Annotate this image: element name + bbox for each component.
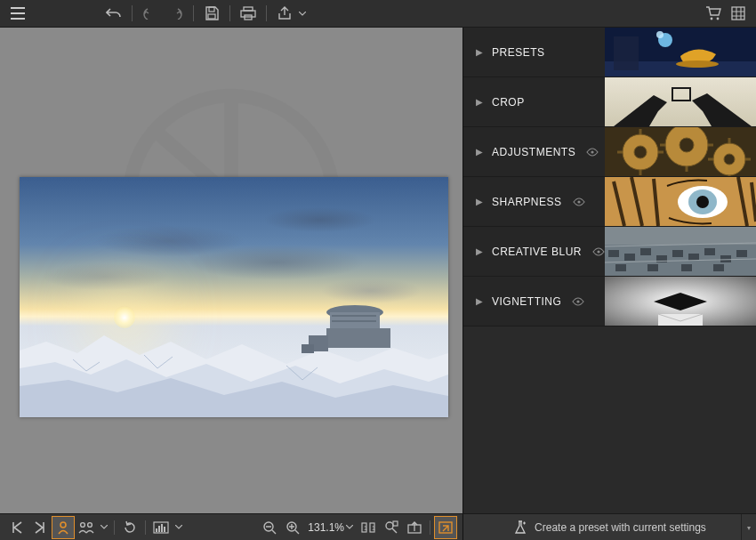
svg-point-18: [656, 31, 664, 38]
panel-crop[interactable]: ▶ CROP: [463, 77, 756, 127]
zoom-in-button[interactable]: [281, 516, 304, 539]
grid-view-button[interactable]: [726, 1, 751, 26]
chevron-right-icon: ▶: [476, 97, 483, 107]
panel-label: VIGNETTING: [492, 295, 561, 308]
redo-forward-button[interactable]: [163, 1, 188, 26]
svg-rect-42: [672, 250, 683, 257]
preview-image[interactable]: [20, 177, 448, 417]
svg-rect-40: [640, 248, 651, 255]
svg-rect-11: [326, 328, 390, 348]
svg-rect-50: [713, 264, 724, 271]
toolbar-divider: [266, 5, 267, 21]
svg-point-55: [60, 522, 66, 528]
svg-point-29: [724, 154, 735, 165]
svg-point-35: [597, 250, 599, 253]
zoom-level[interactable]: 131.1%: [304, 521, 357, 534]
toolbar-divider: [145, 520, 146, 535]
flask-icon: [513, 520, 527, 535]
visibility-eye-icon[interactable]: [573, 197, 585, 206]
panel-thumb-gears: [605, 127, 756, 176]
create-preset-label: Create a preset with current settings: [535, 521, 706, 534]
side-panel: ▶ PRESETS: [462, 28, 756, 513]
chevron-right-icon: ▶: [476, 147, 483, 157]
svg-point-69: [386, 522, 393, 529]
panel-vignetting[interactable]: ▶ VIGNETTING: [463, 277, 756, 326]
svg-rect-62: [164, 527, 165, 532]
svg-point-34: [696, 196, 709, 208]
chevron-down-icon: [346, 525, 353, 529]
histogram-dropdown[interactable]: [173, 516, 185, 539]
svg-rect-0: [209, 7, 214, 12]
svg-point-6: [717, 18, 720, 20]
redo-back-button[interactable]: [138, 1, 163, 26]
panel-presets[interactable]: ▶ PRESETS: [463, 28, 756, 77]
svg-rect-43: [688, 254, 699, 261]
svg-rect-60: [158, 526, 160, 532]
canvas-area: [0, 28, 462, 513]
svg-point-51: [577, 300, 580, 302]
next-image-button[interactable]: [28, 516, 52, 539]
panel-adjustments[interactable]: ▶ ADJUSTMENTS: [463, 127, 756, 177]
svg-point-16: [676, 60, 719, 68]
svg-rect-10: [330, 312, 380, 328]
toolbar-divider: [114, 520, 115, 535]
create-preset-button[interactable]: Create a preset with current settings ▾: [462, 513, 756, 540]
top-toolbar: [0, 0, 756, 28]
panel-thumb-hands: [605, 77, 756, 126]
save-button[interactable]: [199, 1, 224, 26]
undo-button[interactable]: [101, 1, 126, 26]
cart-button[interactable]: [701, 1, 726, 26]
menu-button[interactable]: [5, 1, 30, 26]
svg-rect-46: [736, 250, 747, 257]
svg-rect-37: [605, 227, 756, 245]
toolbar-divider: [193, 5, 194, 21]
single-view-button[interactable]: [52, 516, 75, 539]
panel-label: CREATIVE BLUR: [492, 246, 582, 258]
svg-rect-53: [676, 296, 685, 307]
svg-rect-1: [208, 14, 215, 19]
histogram-button[interactable]: [149, 516, 173, 539]
chevron-right-icon: ▶: [476, 47, 483, 57]
panel-label: SHARPNESS: [492, 196, 562, 208]
bottom-toolbar: 131.1% 11: [0, 513, 462, 540]
compare-view-button[interactable]: [75, 516, 98, 539]
panel-sharpness[interactable]: ▶ SHARPNESS: [463, 177, 756, 227]
svg-rect-44: [704, 248, 715, 255]
panel-label: ADJUSTMENTS: [492, 146, 575, 158]
zoom-out-button[interactable]: [258, 516, 281, 539]
panel-label: CROP: [492, 96, 525, 109]
svg-rect-45: [720, 255, 731, 262]
svg-rect-59: [156, 528, 157, 532]
zoom-actual-button[interactable]: 11: [357, 516, 380, 539]
share-button[interactable]: [272, 1, 297, 26]
toolbar-divider: [430, 520, 430, 535]
visibility-eye-icon[interactable]: [586, 148, 599, 157]
chevron-right-icon: ▶: [476, 296, 483, 306]
toolbar-divider: [132, 5, 133, 21]
svg-point-57: [88, 522, 92, 527]
svg-rect-70: [393, 521, 398, 526]
create-preset-dropdown[interactable]: ▾: [741, 514, 756, 540]
svg-point-22: [591, 150, 594, 153]
rotate-button[interactable]: [118, 516, 141, 539]
export-button[interactable]: [403, 516, 426, 539]
panel-creative-blur[interactable]: ▶ CREATIVE BLUR: [463, 227, 756, 277]
panel-label: PRESETS: [492, 46, 545, 59]
print-button[interactable]: [236, 1, 261, 26]
svg-rect-3: [241, 11, 255, 17]
svg-point-25: [634, 146, 647, 158]
chevron-right-icon: ▶: [476, 246, 483, 256]
process-button[interactable]: [434, 516, 457, 539]
first-image-button[interactable]: [5, 516, 28, 539]
chevron-right-icon: ▶: [476, 197, 483, 206]
visibility-eye-icon[interactable]: [572, 297, 584, 306]
visibility-eye-icon[interactable]: [592, 247, 605, 256]
toolbar-divider: [229, 5, 230, 21]
panel-thumb-tiger: [605, 177, 756, 226]
svg-point-56: [81, 522, 85, 527]
panel-thumb-lamp: [605, 28, 756, 77]
share-dropdown-button[interactable]: [297, 12, 308, 16]
zoom-fit-button[interactable]: [380, 516, 403, 539]
zoom-value: 131.1%: [308, 521, 344, 534]
compare-dropdown[interactable]: [98, 516, 110, 539]
